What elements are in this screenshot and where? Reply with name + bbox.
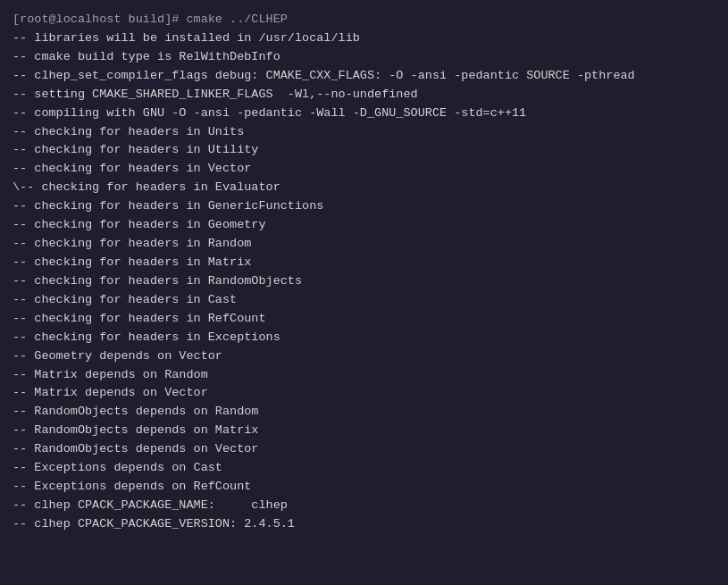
terminal-line-16: -- checking for headers in Cast (13, 291, 715, 310)
terminal-line-25: -- Exceptions depends on Cast (13, 459, 715, 478)
terminal-line-7: -- checking for headers in Units (13, 123, 715, 142)
terminal-line-1: [root@localhost build]# cmake ../CLHEP (13, 11, 715, 29)
terminal-line-2: -- libraries will be installed in /usr/l… (13, 29, 715, 48)
terminal-line-22: -- RandomObjects depends on Random (13, 403, 715, 422)
terminal-line-15: -- checking for headers in RandomObjects (13, 272, 715, 291)
terminal-line-10: \-- checking for headers in Evaluator (13, 179, 715, 197)
terminal-line-3: -- cmake build type is RelWithDebInfo (13, 48, 715, 67)
terminal-line-8: -- checking for headers in Utility (13, 141, 715, 160)
terminal-line-5: -- setting CMAKE_SHARED_LINKER_FLAGS -Wl… (13, 86, 715, 104)
terminal-line-19: -- Geometry depends on Vector (13, 347, 715, 366)
terminal-line-21: -- Matrix depends on Vector (13, 384, 715, 403)
terminal-window: [root@localhost build]# cmake ../CLHEP--… (0, 0, 728, 585)
terminal-line-9: -- checking for headers in Vector (13, 160, 715, 179)
terminal-line-26: -- Exceptions depends on RefCount (13, 478, 715, 497)
terminal-line-6: -- compiling with GNU -O -ansi -pedantic… (13, 104, 715, 123)
terminal-line-24: -- RandomObjects depends on Vector (13, 440, 715, 459)
terminal-line-20: -- Matrix depends on Random (13, 366, 715, 385)
terminal-line-13: -- checking for headers in Random (13, 235, 715, 254)
terminal-line-27: -- clhep CPACK_PACKAGE_NAME: clhep (13, 497, 715, 515)
terminal-line-17: -- checking for headers in RefCount (13, 310, 715, 329)
terminal-line-14: -- checking for headers in Matrix (13, 254, 715, 272)
terminal-line-28: -- clhep CPACK_PACKAGE_VERSION: 2.4.5.1 (13, 515, 715, 534)
terminal-line-12: -- checking for headers in Geometry (13, 216, 715, 235)
terminal-line-23: -- RandomObjects depends on Matrix (13, 422, 715, 440)
terminal-line-4: -- clhep_set_compiler_flags debug: CMAKE… (13, 67, 715, 86)
terminal-line-11: -- checking for headers in GenericFuncti… (13, 197, 715, 216)
terminal-line-18: -- checking for headers in Exceptions (13, 329, 715, 347)
